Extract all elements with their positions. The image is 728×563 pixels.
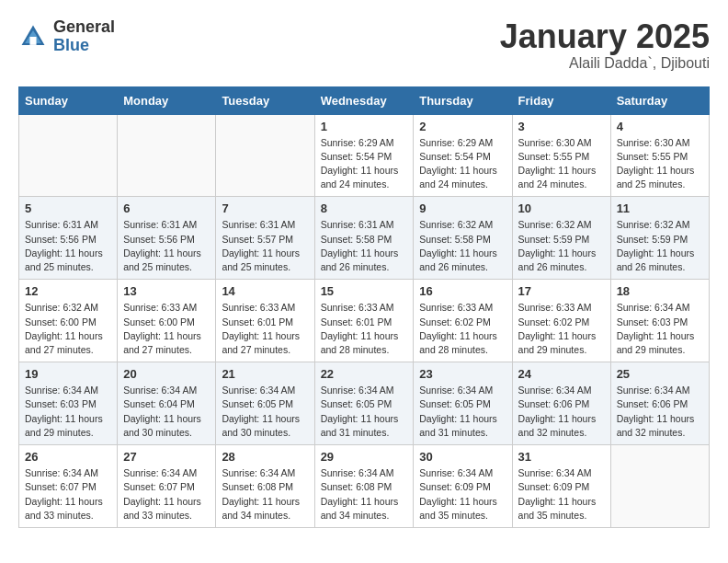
calendar-week-row: 19Sunrise: 6:34 AMSunset: 6:03 PMDayligh… [19, 362, 710, 445]
day-number: 22 [321, 367, 408, 381]
calendar-day-cell: 3Sunrise: 6:30 AMSunset: 5:55 PMDaylight… [512, 114, 610, 197]
calendar-day-cell: 22Sunrise: 6:34 AMSunset: 6:05 PMDayligh… [314, 362, 414, 445]
col-header-wednesday: Wednesday [314, 86, 414, 114]
calendar-day-cell: 11Sunrise: 6:32 AMSunset: 5:59 PMDayligh… [610, 197, 709, 280]
calendar-day-cell: 13Sunrise: 6:33 AMSunset: 6:00 PMDayligh… [118, 280, 216, 362]
calendar-day-cell: 10Sunrise: 6:32 AMSunset: 5:59 PMDayligh… [512, 197, 610, 280]
day-number: 21 [222, 367, 308, 381]
calendar-week-row: 26Sunrise: 6:34 AMSunset: 6:07 PMDayligh… [19, 445, 710, 528]
day-info: Sunrise: 6:34 AMSunset: 6:04 PMDaylight:… [123, 384, 210, 440]
day-info: Sunrise: 6:33 AMSunset: 6:01 PMDaylight:… [321, 301, 408, 357]
col-header-saturday: Saturday [610, 86, 709, 114]
col-header-thursday: Thursday [414, 86, 512, 114]
day-number: 9 [419, 201, 506, 215]
day-number: 5 [25, 201, 111, 215]
day-number: 13 [123, 284, 210, 298]
calendar-day-cell: 29Sunrise: 6:34 AMSunset: 6:08 PMDayligh… [314, 445, 414, 528]
calendar-week-row: 12Sunrise: 6:32 AMSunset: 6:00 PMDayligh… [19, 280, 710, 362]
day-number: 26 [25, 450, 111, 464]
day-number: 6 [123, 201, 210, 215]
svg-rect-2 [29, 37, 36, 45]
day-number: 4 [617, 120, 703, 133]
day-number: 15 [321, 284, 408, 298]
calendar-day-cell: 5Sunrise: 6:31 AMSunset: 5:56 PMDaylight… [19, 197, 118, 280]
calendar-day-cell: 24Sunrise: 6:34 AMSunset: 6:06 PMDayligh… [512, 362, 610, 445]
day-info: Sunrise: 6:33 AMSunset: 6:02 PMDaylight:… [419, 301, 506, 357]
calendar-day-cell [610, 445, 709, 528]
day-number: 31 [518, 450, 605, 464]
col-header-tuesday: Tuesday [216, 86, 314, 114]
day-number: 28 [222, 450, 308, 464]
calendar-day-cell: 4Sunrise: 6:30 AMSunset: 5:55 PMDaylight… [610, 114, 709, 197]
day-number: 19 [25, 367, 111, 381]
day-number: 17 [518, 284, 605, 298]
calendar-day-cell: 27Sunrise: 6:34 AMSunset: 6:07 PMDayligh… [118, 445, 216, 528]
day-info: Sunrise: 6:33 AMSunset: 6:00 PMDaylight:… [123, 301, 210, 357]
day-info: Sunrise: 6:34 AMSunset: 6:07 PMDaylight:… [123, 466, 210, 523]
day-info: Sunrise: 6:30 AMSunset: 5:55 PMDaylight:… [518, 136, 605, 192]
logo-icon [18, 22, 48, 52]
calendar-header-row: SundayMondayTuesdayWednesdayThursdayFrid… [19, 86, 710, 114]
day-info: Sunrise: 6:34 AMSunset: 6:09 PMDaylight:… [419, 466, 506, 523]
day-info: Sunrise: 6:31 AMSunset: 5:56 PMDaylight:… [25, 218, 111, 274]
calendar-day-cell: 9Sunrise: 6:32 AMSunset: 5:58 PMDaylight… [414, 197, 512, 280]
day-number: 30 [419, 450, 506, 464]
day-number: 7 [222, 201, 308, 215]
calendar-day-cell: 21Sunrise: 6:34 AMSunset: 6:05 PMDayligh… [216, 362, 314, 445]
calendar-day-cell: 31Sunrise: 6:34 AMSunset: 6:09 PMDayligh… [512, 445, 610, 528]
day-info: Sunrise: 6:34 AMSunset: 6:05 PMDaylight:… [321, 384, 408, 440]
day-number: 25 [617, 367, 703, 381]
calendar-day-cell: 1Sunrise: 6:29 AMSunset: 5:54 PMDaylight… [314, 114, 414, 197]
col-header-friday: Friday [512, 86, 610, 114]
calendar-week-row: 5Sunrise: 6:31 AMSunset: 5:56 PMDaylight… [19, 197, 710, 280]
day-number: 14 [222, 284, 308, 298]
calendar-day-cell: 19Sunrise: 6:34 AMSunset: 6:03 PMDayligh… [19, 362, 118, 445]
calendar-day-cell: 16Sunrise: 6:33 AMSunset: 6:02 PMDayligh… [414, 280, 512, 362]
month-title: January 2025 [500, 18, 710, 55]
calendar-day-cell: 18Sunrise: 6:34 AMSunset: 6:03 PMDayligh… [610, 280, 709, 362]
calendar-day-cell: 26Sunrise: 6:34 AMSunset: 6:07 PMDayligh… [19, 445, 118, 528]
calendar-day-cell: 23Sunrise: 6:34 AMSunset: 6:05 PMDayligh… [414, 362, 512, 445]
calendar-day-cell: 25Sunrise: 6:34 AMSunset: 6:06 PMDayligh… [610, 362, 709, 445]
calendar-day-cell: 6Sunrise: 6:31 AMSunset: 5:56 PMDaylight… [118, 197, 216, 280]
day-number: 3 [518, 120, 605, 133]
calendar-day-cell: 14Sunrise: 6:33 AMSunset: 6:01 PMDayligh… [216, 280, 314, 362]
day-info: Sunrise: 6:34 AMSunset: 6:03 PMDaylight:… [617, 301, 703, 357]
day-info: Sunrise: 6:34 AMSunset: 6:06 PMDaylight:… [518, 384, 605, 440]
day-info: Sunrise: 6:34 AMSunset: 6:05 PMDaylight:… [222, 384, 308, 440]
day-number: 27 [123, 450, 210, 464]
day-number: 8 [321, 201, 408, 215]
day-number: 24 [518, 367, 605, 381]
day-info: Sunrise: 6:34 AMSunset: 6:09 PMDaylight:… [518, 466, 605, 523]
day-info: Sunrise: 6:34 AMSunset: 6:08 PMDaylight:… [321, 466, 408, 523]
calendar-day-cell: 17Sunrise: 6:33 AMSunset: 6:02 PMDayligh… [512, 280, 610, 362]
day-info: Sunrise: 6:32 AMSunset: 5:59 PMDaylight:… [617, 218, 703, 274]
day-number: 16 [419, 284, 506, 298]
day-number: 23 [419, 367, 506, 381]
day-info: Sunrise: 6:31 AMSunset: 5:57 PMDaylight:… [222, 218, 308, 274]
calendar-day-cell: 8Sunrise: 6:31 AMSunset: 5:58 PMDaylight… [314, 197, 414, 280]
col-header-monday: Monday [118, 86, 216, 114]
day-info: Sunrise: 6:32 AMSunset: 5:58 PMDaylight:… [419, 218, 506, 274]
day-info: Sunrise: 6:33 AMSunset: 6:01 PMDaylight:… [222, 301, 308, 357]
day-number: 12 [25, 284, 111, 298]
calendar-day-cell: 7Sunrise: 6:31 AMSunset: 5:57 PMDaylight… [216, 197, 314, 280]
day-number: 18 [617, 284, 703, 298]
day-info: Sunrise: 6:34 AMSunset: 6:08 PMDaylight:… [222, 466, 308, 523]
calendar-day-cell [216, 114, 314, 197]
col-header-sunday: Sunday [19, 86, 118, 114]
calendar-table: SundayMondayTuesdayWednesdayThursdayFrid… [18, 86, 710, 528]
calendar-day-cell: 20Sunrise: 6:34 AMSunset: 6:04 PMDayligh… [118, 362, 216, 445]
logo: General Blue [18, 18, 115, 55]
calendar-day-cell: 28Sunrise: 6:34 AMSunset: 6:08 PMDayligh… [216, 445, 314, 528]
day-info: Sunrise: 6:34 AMSunset: 6:06 PMDaylight:… [617, 384, 703, 440]
day-info: Sunrise: 6:33 AMSunset: 6:02 PMDaylight:… [518, 301, 605, 357]
calendar-day-cell: 12Sunrise: 6:32 AMSunset: 6:00 PMDayligh… [19, 280, 118, 362]
day-info: Sunrise: 6:29 AMSunset: 5:54 PMDaylight:… [419, 136, 506, 192]
day-number: 11 [617, 201, 703, 215]
day-number: 10 [518, 201, 605, 215]
title-block: January 2025 Alaili Dadda`, Djibouti [500, 18, 710, 72]
calendar-day-cell: 2Sunrise: 6:29 AMSunset: 5:54 PMDaylight… [414, 114, 512, 197]
day-info: Sunrise: 6:32 AMSunset: 6:00 PMDaylight:… [25, 301, 111, 357]
day-number: 20 [123, 367, 210, 381]
